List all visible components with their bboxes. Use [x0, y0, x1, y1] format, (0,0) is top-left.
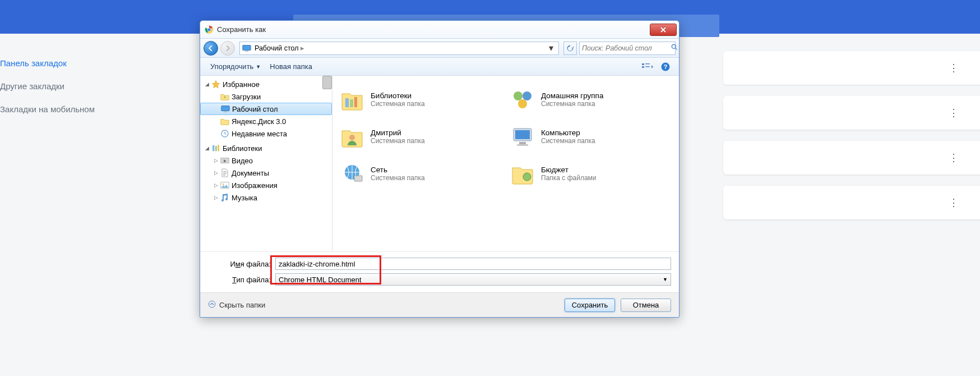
tree-downloads[interactable]: Загрузки: [200, 90, 332, 103]
tree-music[interactable]: ▷ Музыка: [200, 191, 332, 204]
organize-button[interactable]: Упорядочить ▼: [206, 60, 265, 73]
breadcrumb[interactable]: Рабочий стол ▸ ▾: [239, 42, 559, 55]
svg-rect-27: [354, 97, 357, 107]
kebab-icon[interactable]: ⋮: [949, 152, 959, 164]
chevron-down-icon: ▼: [256, 64, 261, 70]
tree-videos[interactable]: ▷ Видео: [200, 154, 332, 167]
svg-point-24: [223, 184, 224, 185]
back-button[interactable]: [204, 41, 218, 56]
svg-rect-33: [515, 130, 530, 139]
libraries-icon: [339, 86, 365, 112]
svg-rect-12: [645, 63, 650, 65]
new-folder-button[interactable]: Новая папка: [265, 60, 317, 73]
close-button[interactable]: [650, 24, 677, 36]
refresh-button[interactable]: [563, 42, 577, 55]
pictures-icon: [220, 181, 229, 190]
forward-button[interactable]: [220, 41, 235, 56]
expand-icon[interactable]: ▷: [212, 170, 219, 176]
tree-recent-places[interactable]: Недавние места: [200, 127, 332, 140]
item-homegroup[interactable]: Домашняя группаСистемная папка: [509, 82, 673, 116]
tree-libraries[interactable]: ◢ Библиотеки: [200, 142, 332, 154]
item-user[interactable]: ДмитрийСистемная папка: [338, 120, 503, 153]
svg-point-5: [207, 28, 210, 31]
filetype-label: Тип файла:: [208, 276, 275, 284]
item-libraries[interactable]: БиблиотекиСистемная папка: [338, 82, 503, 116]
titlebar[interactable]: Сохранить как: [200, 21, 679, 39]
music-icon: [220, 193, 229, 202]
svg-rect-11: [642, 66, 644, 68]
sidebar-item-mobile-bookmarks[interactable]: Закладки на мобильном: [0, 98, 199, 121]
svg-point-28: [514, 91, 523, 100]
kebab-icon[interactable]: ⋮: [949, 107, 959, 119]
explorer-search[interactable]: [579, 42, 676, 55]
folder-tree[interactable]: ◢ Избранное Загрузки Рабочий стол: [200, 76, 332, 251]
chevron-up-icon: [208, 300, 216, 310]
svg-rect-6: [243, 45, 251, 50]
expand-icon[interactable]: ▷: [212, 158, 219, 163]
item-network[interactable]: СетьСистемная папка: [338, 157, 503, 190]
bookmark-card[interactable]: ⋮: [723, 186, 980, 219]
svg-rect-16: [221, 106, 229, 111]
filetype-select[interactable]: Chrome HTML Document▼: [275, 273, 671, 286]
item-folder-budget[interactable]: БюджетПапка с файлами: [509, 157, 673, 190]
dialog-bottom-bar: Скрыть папки Сохранить Отмена: [200, 292, 679, 317]
svg-line-9: [675, 48, 677, 49]
svg-rect-20: [215, 146, 217, 151]
tree-desktop[interactable]: Рабочий стол: [200, 103, 332, 115]
tree-yandex-disk[interactable]: Яндекс.Диск 3.0: [200, 115, 332, 127]
bookmark-card[interactable]: ⋮: [723, 51, 980, 85]
svg-rect-21: [218, 145, 219, 151]
tree-pictures[interactable]: ▷ Изображения: [200, 179, 332, 191]
help-button[interactable]: ?: [658, 61, 673, 73]
expand-icon[interactable]: ▷: [212, 182, 219, 188]
close-icon: [660, 27, 667, 33]
refresh-icon: [566, 44, 574, 52]
kebab-icon[interactable]: ⋮: [949, 62, 959, 74]
chevron-down-icon: ▼: [663, 277, 668, 282]
kebab-icon[interactable]: ⋮: [949, 196, 959, 209]
collapse-icon[interactable]: ◢: [204, 81, 210, 87]
save-form: Имя файла: Тип файла: Chrome HTML Docume…: [200, 251, 679, 292]
cancel-button[interactable]: Отмена: [621, 299, 671, 312]
help-icon: ?: [660, 62, 671, 72]
svg-point-8: [672, 44, 676, 48]
libraries-icon: [211, 144, 220, 153]
svg-rect-26: [350, 99, 353, 107]
folder-icon: [220, 92, 229, 101]
user-folder-icon: [339, 123, 365, 149]
sidebar-item-bookmarks-bar[interactable]: Панель закладок: [0, 52, 199, 75]
tree-documents[interactable]: ▷ Документы: [200, 167, 332, 179]
file-content-area[interactable]: БиблиотекиСистемная папка Домашняя групп…: [332, 76, 679, 251]
scrollbar-thumb[interactable]: [322, 76, 332, 89]
bookmark-card[interactable]: ⋮: [723, 96, 980, 130]
svg-point-31: [349, 135, 355, 140]
network-icon: [339, 161, 365, 186]
breadcrumb-location: Рабочий стол ▸: [255, 44, 546, 52]
svg-rect-34: [519, 142, 526, 144]
save-button[interactable]: Сохранить: [565, 299, 615, 312]
explorer-search-input[interactable]: [582, 44, 671, 52]
svg-text:?: ?: [664, 63, 667, 70]
filename-input[interactable]: [275, 258, 671, 270]
desktop-icon: [242, 44, 251, 52]
video-icon: [220, 156, 229, 165]
bookmark-card[interactable]: ⋮: [723, 141, 980, 175]
collapse-icon[interactable]: ◢: [204, 145, 210, 151]
hide-folders-toggle[interactable]: Скрыть папки: [208, 300, 265, 310]
sidebar-item-other-bookmarks[interactable]: Другие закладки: [0, 75, 199, 98]
search-icon: [671, 43, 678, 53]
desktop-icon: [221, 104, 230, 113]
toolbar: Упорядочить ▼ Новая папка ?: [200, 58, 679, 76]
bookmark-cards: ⋮ ⋮ ⋮ ⋮: [723, 51, 980, 231]
filename-label: Имя файла:: [208, 260, 275, 268]
svg-point-38: [523, 173, 531, 181]
view-options-button[interactable]: [640, 61, 655, 73]
svg-rect-19: [212, 145, 214, 152]
item-computer[interactable]: КомпьютерСистемная папка: [509, 120, 673, 153]
breadcrumb-dropdown[interactable]: ▾: [546, 43, 556, 53]
chrome-bookmarks-sidebar: Панель закладок Другие закладки Закладки…: [0, 34, 199, 121]
dialog-title: Сохранить как: [217, 25, 650, 34]
expand-icon[interactable]: ▷: [212, 195, 219, 200]
tree-favorites[interactable]: ◢ Избранное: [200, 78, 332, 90]
view-icon: [641, 62, 654, 71]
